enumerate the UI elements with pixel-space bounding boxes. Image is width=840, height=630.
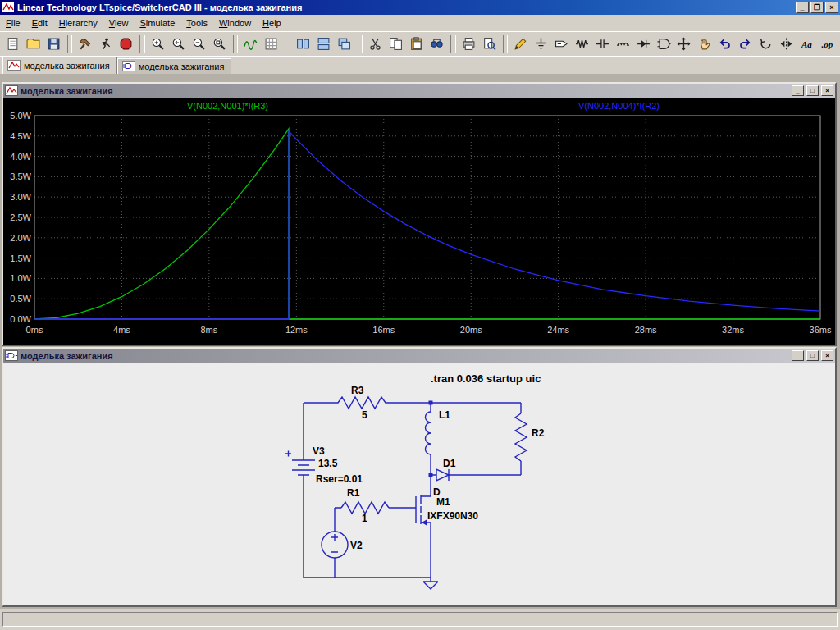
- tab-schematic[interactable]: моделька зажигания: [117, 58, 232, 74]
- component-name: R2: [532, 427, 545, 439]
- menu-tools[interactable]: Tools: [180, 16, 213, 30]
- component-param: Rser=0.01: [316, 473, 363, 485]
- redo-button[interactable]: [736, 34, 755, 54]
- component-name: R1: [347, 487, 360, 499]
- place-label-button[interactable]: [552, 34, 571, 54]
- move-button[interactable]: [675, 34, 694, 54]
- voltage-source-V2[interactable]: V2: [322, 532, 363, 558]
- close-button[interactable]: ×: [825, 2, 838, 13]
- tile-horizontal-button[interactable]: [294, 34, 313, 54]
- close-button[interactable]: ×: [821, 350, 833, 361]
- place-capacitor-button[interactable]: [593, 34, 612, 54]
- restore-button[interactable]: ❐: [810, 2, 824, 13]
- autorange-y-axis-button[interactable]: [241, 34, 260, 54]
- draw-wire-button[interactable]: [511, 34, 530, 54]
- place-text-button[interactable]: Aa: [797, 34, 816, 54]
- resistor-R3[interactable]: R3 5: [304, 385, 431, 421]
- waveform-window-titlebar[interactable]: моделька зажигания _ □ ×: [3, 84, 835, 98]
- waveform-plot[interactable]: 0ms4ms8ms12ms16ms20ms24ms28ms32ms36ms0.0…: [3, 98, 835, 345]
- zoom-out-button[interactable]: [189, 34, 208, 54]
- print-button[interactable]: [459, 34, 478, 54]
- print-icon: [462, 37, 476, 51]
- rotate-button[interactable]: [756, 34, 775, 54]
- undo-button[interactable]: [715, 34, 734, 54]
- schematic-window-titlebar[interactable]: моделька зажигания _ □ ×: [3, 349, 835, 363]
- halt-simulation-button[interactable]: [116, 34, 135, 54]
- draw-wire-icon: [514, 37, 527, 51]
- print-preview-icon: [482, 37, 496, 51]
- minimize-button[interactable]: _: [792, 350, 804, 361]
- save-icon: [47, 37, 61, 51]
- spice-directive-text[interactable]: .tran 0.036 startup uic: [431, 372, 541, 385]
- inductor-L1[interactable]: L1: [426, 409, 451, 454]
- mirror-button[interactable]: [777, 34, 796, 54]
- mirror-icon: [779, 37, 793, 51]
- wire[interactable]: [304, 403, 521, 578]
- menu-edit[interactable]: Edit: [26, 16, 53, 30]
- component-value: 1: [362, 513, 368, 524]
- new-schematic-button[interactable]: [3, 34, 22, 54]
- mosfet-M1[interactable]: M1 IXFX90N30: [416, 495, 478, 526]
- close-button[interactable]: ×: [821, 85, 833, 96]
- autorange-y-axis-icon: [244, 37, 258, 51]
- plot-settings-button[interactable]: [262, 34, 281, 54]
- drag-button[interactable]: [695, 34, 714, 54]
- resistor-R2[interactable]: R2: [515, 413, 545, 461]
- component-value: 13.5: [318, 458, 338, 469]
- node-junction: [429, 473, 433, 477]
- voltage-source-V3[interactable]: V3 13.5 Rser=0.01: [285, 445, 363, 485]
- cascade-windows-icon: [337, 37, 351, 51]
- diode-D1[interactable]: D1 D: [433, 458, 456, 498]
- menu-help[interactable]: Help: [257, 16, 287, 30]
- toolbar-separator: [358, 35, 363, 53]
- maximize-button[interactable]: □: [806, 350, 819, 361]
- schematic-canvas[interactable]: .tran 0.036 startup uic R3 5 L1: [3, 363, 835, 605]
- tab-waveform[interactable]: моделька зажигания: [2, 57, 117, 74]
- toolbar-separator: [450, 35, 456, 53]
- y-tick-label: 2.5W: [10, 212, 31, 222]
- zoom-in-button[interactable]: [148, 34, 167, 54]
- schematic-window-title: моделька зажигания: [21, 351, 789, 361]
- copy-button[interactable]: [386, 34, 405, 54]
- tab-label: моделька зажигания: [139, 62, 225, 71]
- toolbar-separator: [233, 35, 239, 53]
- place-resistor-button[interactable]: [573, 34, 591, 54]
- maximize-button[interactable]: □: [806, 85, 819, 96]
- new-schematic-icon: [6, 37, 20, 51]
- menu-simulate[interactable]: Simulate: [134, 16, 180, 30]
- ground-symbol[interactable]: [423, 578, 438, 589]
- x-tick-label: 16ms: [372, 325, 395, 335]
- control-panel-button[interactable]: [75, 34, 94, 54]
- place-inductor-button[interactable]: [614, 34, 632, 54]
- run-simulation-button[interactable]: [96, 34, 115, 54]
- x-tick-label: 24ms: [547, 325, 569, 335]
- component-value: IXFX90N30: [427, 510, 478, 522]
- place-ground-button[interactable]: [532, 34, 550, 54]
- paste-button[interactable]: [407, 34, 426, 54]
- menu-hierarchy[interactable]: Hierarchy: [53, 16, 103, 30]
- minimize-button[interactable]: _: [792, 85, 804, 96]
- place-component-button[interactable]: [655, 34, 673, 54]
- menu-window[interactable]: Window: [213, 16, 257, 30]
- x-tick-label: 8ms: [200, 325, 217, 335]
- open-file-button[interactable]: [24, 34, 43, 54]
- resistor-R1[interactable]: R1 1: [341, 487, 389, 524]
- print-preview-button[interactable]: [480, 34, 499, 54]
- zoom-back-button[interactable]: [169, 34, 188, 54]
- find-button[interactable]: [427, 34, 446, 54]
- zoom-full-extents-button[interactable]: [210, 34, 229, 54]
- y-tick-label: 4.5W: [10, 131, 31, 141]
- menu-view[interactable]: View: [103, 16, 135, 30]
- minimize-button[interactable]: _: [796, 2, 809, 13]
- toolbar-separator: [67, 35, 73, 53]
- tile-vertical-button[interactable]: [314, 34, 333, 54]
- spice-directive-button[interactable]: .op: [818, 34, 837, 54]
- place-text-icon: Aa: [801, 39, 812, 49]
- cascade-windows-button[interactable]: [335, 34, 354, 54]
- save-button[interactable]: [44, 34, 63, 54]
- place-diode-button[interactable]: [634, 34, 653, 54]
- menu-file[interactable]: File: [0, 16, 26, 30]
- cut-button[interactable]: [366, 34, 385, 54]
- waveform-window-title: моделька зажигания: [21, 86, 789, 96]
- x-tick-label: 36ms: [810, 325, 832, 335]
